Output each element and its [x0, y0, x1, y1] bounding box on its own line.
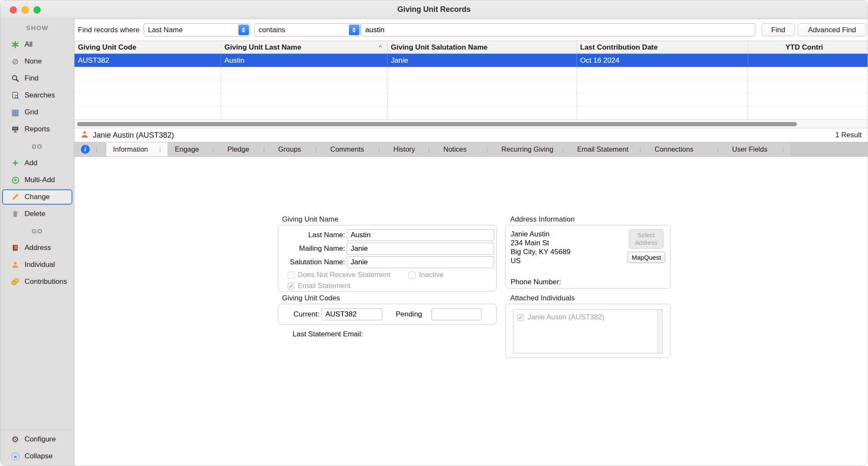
list-item[interactable]: Janie Austin (AUST382) [514, 310, 662, 322]
tab-menu-dots-icon[interactable]: ⋮ [210, 146, 216, 153]
dropdown-arrows-icon [349, 25, 359, 35]
tab-email-statement[interactable]: Email Statement⋮ [570, 142, 648, 156]
sidebar-item-add[interactable]: + Add [0, 155, 74, 172]
column-header-giving-unit-last-name[interactable]: Giving Unit Last Name^ [221, 41, 387, 53]
tab-history[interactable]: History⋮ [387, 142, 437, 156]
tab-menu-dots-icon[interactable]: ⋮ [560, 146, 566, 153]
tab-user-fields[interactable]: User Fields⋮ [725, 142, 791, 156]
tab-comments[interactable]: Comments⋮ [323, 142, 387, 156]
sidebar-item-contributions[interactable]: Contributions [0, 273, 74, 290]
sidebar-footer: ⚙ Configure « Collapse [0, 430, 74, 466]
sidebar-item-label: Find [25, 74, 39, 83]
close-button[interactable] [10, 6, 17, 14]
sidebar-item-change[interactable]: Change [2, 189, 72, 205]
sidebar-item-label: Delete [25, 210, 45, 218]
magnifier-icon [11, 75, 20, 82]
sidebar-item-individual[interactable]: Individual [0, 256, 74, 273]
window-title: Giving Unit Records [397, 5, 470, 14]
tab-menu-dots-icon[interactable]: ⋮ [715, 146, 721, 153]
tab-menu-dots-icon[interactable]: ⋮ [780, 146, 786, 153]
tab-menu-dots-icon[interactable]: ⋮ [261, 146, 267, 153]
last-name-field[interactable] [347, 229, 494, 241]
tab-engage[interactable]: Engage⋮ [168, 142, 221, 156]
tab-menu-dots-icon[interactable]: ⋮ [94, 146, 100, 153]
tab-menu-dots-icon[interactable]: ⋮ [484, 146, 490, 153]
sidebar-item-label: Searches [25, 91, 55, 100]
tab-info-menu[interactable]: ⋮ [75, 142, 106, 156]
traffic-lights [10, 0, 41, 19]
sidebar-item-configure[interactable]: ⚙ Configure [0, 431, 74, 448]
tab-recurring-giving[interactable]: Recurring Giving⋮ [495, 142, 570, 156]
select-address-button[interactable]: Select Address [629, 229, 663, 249]
does-not-receive-statement-checkbox[interactable] [287, 272, 295, 279]
search-input[interactable] [361, 23, 755, 36]
table-row-empty [75, 93, 868, 106]
reports-icon [11, 125, 20, 133]
horizontal-scrollbar[interactable] [75, 119, 868, 128]
person-icon [11, 261, 20, 269]
tab-information[interactable]: Information⋮ [106, 142, 168, 156]
address-book-icon [11, 244, 20, 252]
table-row-empty [75, 80, 868, 93]
mapquest-button[interactable]: MapQuest [628, 252, 665, 263]
email-statement-checkbox[interactable] [287, 283, 295, 290]
column-header-giving-unit-code[interactable]: Giving Unit Code [75, 41, 221, 53]
sidebar-item-none[interactable]: ⊘ None [0, 53, 74, 70]
giving-unit-codes-box: Current: Pending [278, 304, 497, 325]
tab-notices[interactable]: Notices⋮ [437, 142, 495, 156]
table-row-empty [75, 106, 868, 119]
address-line: Big City, KY 45689 [511, 247, 570, 256]
field-dropdown[interactable]: Last Name [144, 23, 250, 36]
salutation-name-field[interactable] [347, 256, 494, 268]
pending-code-label: Pending [395, 310, 422, 319]
sidebar-item-searches[interactable]: Searches [0, 87, 74, 104]
attached-individual-label: Janie Austin (AUST382) [528, 313, 604, 322]
sidebar-item-delete[interactable]: Delete [0, 205, 74, 222]
column-header-last-contribution-date[interactable]: Last Contribution Date [577, 41, 748, 53]
sidebar-item-grid[interactable]: ▦ Grid [0, 104, 74, 121]
sidebar-item-multi-add[interactable]: + Multi-Add [0, 172, 74, 189]
tab-pledge[interactable]: Pledge⋮ [221, 142, 271, 156]
find-bar: Find records where Last Name contains Fi… [75, 19, 868, 41]
sidebar-item-reports[interactable]: Reports [0, 121, 74, 138]
cell-last-contribution-date: Oct 16 2024 [577, 54, 748, 67]
sidebar-section-show: SHOW [0, 19, 74, 36]
inactive-checkbox[interactable] [409, 272, 416, 279]
scrollbar-thumb[interactable] [77, 122, 797, 126]
sidebar-item-label: Grid [25, 108, 38, 116]
cell-giving-unit-last-name: Austin [221, 54, 387, 67]
sidebar-item-collapse[interactable]: « Collapse [0, 448, 74, 465]
tab-menu-dots-icon[interactable]: ⋮ [426, 146, 432, 153]
vertical-scrollbar[interactable] [657, 310, 662, 353]
operator-dropdown[interactable]: contains [254, 23, 361, 36]
sort-ascending-icon: ^ [379, 44, 382, 51]
zoom-button[interactable] [33, 6, 41, 14]
attached-individuals-box: Janie Austin (AUST382) [505, 304, 671, 358]
collapse-icon: « [11, 452, 20, 460]
sidebar-item-all[interactable]: All [0, 36, 74, 53]
column-header-giving-unit-salutation-name[interactable]: Giving Unit Salutation Name [387, 41, 577, 53]
current-code-field[interactable] [321, 308, 382, 320]
tab-connections[interactable]: Connections⋮ [648, 142, 725, 156]
column-header-ytd-contributions[interactable]: YTD Contri [748, 41, 868, 53]
tab-menu-dots-icon[interactable]: ⋮ [376, 146, 382, 153]
mailing-name-field[interactable] [347, 243, 494, 255]
current-code-label: Current: [293, 310, 319, 319]
advanced-find-button[interactable]: Advanced Find [798, 23, 866, 36]
sidebar-section-do: DO [0, 138, 74, 155]
find-button[interactable]: Find [762, 23, 795, 36]
table-row[interactable]: AUST382 Austin Janie Oct 16 2024 [75, 54, 868, 67]
tab-groups[interactable]: Groups⋮ [271, 142, 323, 156]
person-icon [80, 130, 89, 140]
sidebar-item-address[interactable]: Address [0, 239, 74, 256]
tab-menu-dots-icon[interactable]: ⋮ [637, 146, 644, 153]
record-header: Janie Austin (AUST382) 1 Result [75, 128, 868, 142]
tab-menu-dots-icon[interactable]: ⋮ [313, 146, 319, 153]
tab-menu-dots-icon[interactable]: ⋮ [157, 146, 163, 153]
attached-individual-checkbox[interactable] [517, 314, 524, 321]
pending-code-field[interactable] [431, 308, 481, 320]
minimize-button[interactable] [22, 6, 29, 14]
sidebar-item-find[interactable]: Find [0, 70, 74, 87]
tab-bar: ⋮ Information⋮ Engage⋮ Pledge⋮ Groups⋮ C… [75, 142, 868, 157]
information-tab-content: Giving Unit Name Last Name: Mailing Name… [75, 157, 868, 466]
